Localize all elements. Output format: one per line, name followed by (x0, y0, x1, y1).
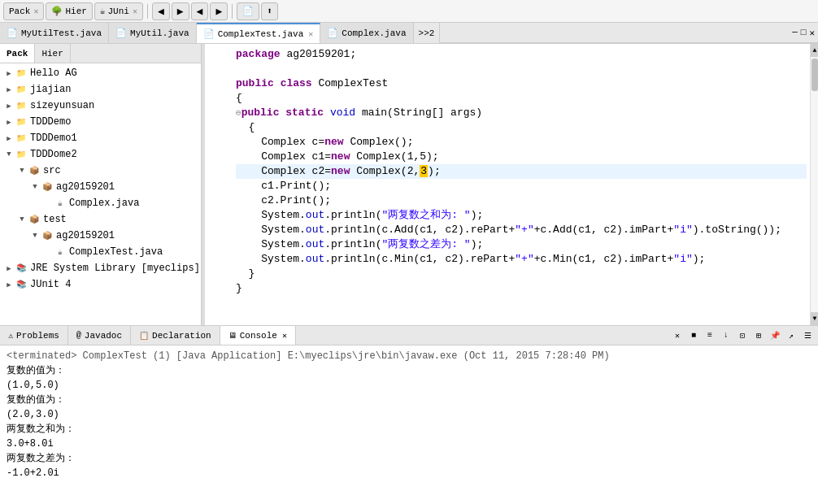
juni-label: JUni (107, 7, 128, 16)
bottom-tab-declaration[interactable]: 📋 Declaration (131, 326, 220, 345)
tab-complex[interactable]: 📄 Complex.java (320, 23, 413, 43)
hier-button[interactable]: 🌳 Hier (46, 2, 92, 20)
tree-label-jiajian: jiajian (30, 84, 71, 95)
pack-button[interactable]: Pack ✕ (3, 2, 44, 20)
tree-arrow-src: ▼ (16, 167, 28, 175)
tree-icon-test: 📦 (28, 213, 41, 226)
console-output-3: 复数的值为： (7, 393, 811, 407)
sidebar-tree-item-hello[interactable]: ▶ 📁 Hello AG (0, 65, 201, 81)
sidebar-tree-item-tdddome2[interactable]: ▼ 📁 TDDDome2 (0, 146, 201, 163)
bottom-tab-problems[interactable]: ⚠ Problems (0, 326, 68, 345)
code-line-6: { (236, 120, 807, 135)
sidebar-tab-bar: Pack Hier (0, 44, 201, 63)
sidebar-tree-item-ag1[interactable]: ▼ 📦 ag20159201 (0, 179, 201, 195)
tree-icon-junit4: 📚 (15, 278, 28, 291)
tab-bar-actions: ─ □ ✕ (440, 23, 818, 43)
sidebar-tree-item-complextest_java[interactable]: ☕ ComplexTest.java (0, 244, 201, 260)
code-line-1: package ag20159201; (236, 47, 807, 62)
sidebar-tree: ▶ 📁 Hello AG ▶ 📁 jiajian ▶ 📁 sizeyunsuan… (0, 63, 201, 325)
console-output[interactable]: <terminated> ComplexTest (1) [Java Appli… (0, 345, 818, 504)
sidebar-tree-item-junit4[interactable]: ▶ 📚 JUnit 4 (0, 276, 201, 293)
console-view-menu-btn[interactable]: ☰ (800, 328, 815, 343)
console-remove-btn[interactable]: ■ (686, 328, 701, 343)
sidebar: Pack Hier ▶ 📁 Hello AG ▶ 📁 jiajian ▶ 📁 s… (0, 44, 202, 325)
bottom-panel: ⚠ Problems @ Javadoc 📋 Declaration 🖥 Con… (0, 325, 818, 504)
code-line-19 (236, 311, 807, 325)
sidebar-tree-item-sizeyunsuan[interactable]: ▶ 📁 sizeyunsuan (0, 98, 201, 114)
sidebar-tab-hier[interactable]: Hier (35, 44, 70, 63)
tab-overflow[interactable]: >>2 (414, 23, 441, 43)
sidebar-tree-item-src[interactable]: ▼ 📦 src (0, 163, 201, 179)
tree-icon-hello: 📁 (15, 67, 28, 80)
editor-content[interactable]: package ag20159201; public class Complex… (205, 44, 810, 325)
tree-icon-ag1: 📦 (41, 180, 54, 193)
console-terminate-btn[interactable]: ✕ (670, 328, 685, 343)
tree-icon-tdddemo: 📁 (15, 115, 28, 128)
scrollbar-track[interactable] (811, 57, 818, 312)
tree-label-tdddome2: TDDDome2 (30, 149, 77, 160)
toolbar-extra-btn-2[interactable]: ⬆ (261, 2, 278, 20)
tab-myutil[interactable]: 📄 MyUtil.java (109, 23, 197, 43)
sidebar-tree-item-jre[interactable]: ▶ 📚 JRE System Library [myeclips] (0, 260, 201, 276)
nav-back2-button[interactable]: ◀ (191, 2, 209, 20)
problems-icon: ⚠ (8, 331, 13, 341)
bottom-tab-console[interactable]: 🖥 Console ✕ (220, 326, 296, 345)
console-open-btn[interactable]: ⊞ (751, 328, 766, 343)
scrollbar-down[interactable]: ▼ (811, 312, 818, 325)
console-label: Console (240, 331, 277, 341)
tree-label-test: test (43, 214, 67, 225)
nav-fwd2-button[interactable]: ▶ (210, 2, 228, 20)
sidebar-tab-hier-label: Hier (41, 49, 63, 59)
tree-label-hello: Hello AG (30, 67, 77, 79)
tree-label-complex_java: Complex.java (69, 198, 139, 209)
close-editor-icon[interactable]: ✕ (809, 28, 815, 38)
toolbar-extra-btn-1[interactable]: 📄 (237, 2, 259, 20)
sidebar-tab-pack[interactable]: Pack (0, 44, 35, 63)
tree-label-jre: JRE System Library [myeclips] (30, 263, 200, 274)
console-pin-btn[interactable]: 📌 (768, 328, 782, 343)
top-toolbar: Pack ✕ 🌳 Hier ☕ JUni ✕ ◀ ▶ ◀ ▶ 📄 ⬆ (0, 0, 818, 23)
editor-scrollbar[interactable]: ▲ ▼ (810, 44, 818, 325)
console-clear-btn[interactable]: ≡ (703, 328, 717, 343)
juni-button[interactable]: ☕ JUni ✕ (94, 2, 143, 20)
tab-complextest-icon: 📄 (203, 28, 215, 39)
scrollbar-thumb[interactable] (811, 59, 818, 91)
tree-icon-jiajian: 📁 (15, 83, 28, 96)
nav-back-button[interactable]: ◀ (152, 2, 170, 20)
tab-complextest-label: ComplexTest.java (218, 29, 304, 39)
toolbar-sep-1 (147, 4, 148, 19)
sidebar-tree-item-test[interactable]: ▼ 📦 test (0, 211, 201, 228)
tree-icon-complextest_java: ☕ (54, 245, 67, 259)
tree-arrow-ag2: ▼ (29, 232, 41, 240)
scrollbar-up[interactable]: ▲ (811, 44, 818, 57)
code-line-5: ⊖public static void main(String[] args) (236, 106, 807, 120)
bottom-tab-javadoc[interactable]: @ Javadoc (68, 326, 131, 345)
tree-label-tdddemo: TDDDemo (30, 116, 71, 128)
sidebar-tree-item-tdddemo[interactable]: ▶ 📁 TDDDemo (0, 114, 201, 130)
nav-fwd-button[interactable]: ▶ (172, 2, 189, 20)
sidebar-tree-item-complex_java[interactable]: ☕ Complex.java (0, 195, 201, 211)
code-line-3: public class ComplexTest (236, 76, 807, 91)
code-line-12: System.out.println("两复数之和为: "); (236, 208, 807, 223)
console-scroll-btn[interactable]: ↓ (719, 328, 733, 343)
tree-label-ag1: ag20159201 (56, 181, 115, 193)
console-word-wrap-btn[interactable]: ⊡ (735, 328, 750, 343)
tab-complextest-close[interactable]: ✕ (308, 29, 313, 39)
code-line-11: c2.Print(); (236, 193, 807, 208)
maximize-icon[interactable]: □ (801, 28, 807, 37)
minimize-icon[interactable]: ─ (792, 28, 798, 37)
console-output-8: -1.0+2.0i (7, 466, 811, 480)
console-newwin-btn[interactable]: ↗ (784, 328, 798, 343)
tab-myutil-icon: 📄 (115, 28, 127, 38)
sidebar-tree-item-tdddemo1[interactable]: ▶ 📁 TDDDemo1 (0, 130, 201, 146)
console-tab-close[interactable]: ✕ (282, 331, 287, 341)
tree-label-ag2: ag20159201 (56, 230, 115, 241)
hier-label: Hier (65, 7, 86, 16)
sidebar-tree-item-ag2[interactable]: ▼ 📦 ag20159201 (0, 228, 201, 244)
tab-complextest[interactable]: 📄 ComplexTest.java ✕ (197, 23, 321, 43)
juni-close-icon: ✕ (133, 7, 137, 16)
tab-myutiltest[interactable]: 📄 MyUtilTest.java (0, 23, 109, 43)
sidebar-tree-item-jiajian[interactable]: ▶ 📁 jiajian (0, 81, 201, 98)
main-area: Pack Hier ▶ 📁 Hello AG ▶ 📁 jiajian ▶ 📁 s… (0, 44, 818, 325)
tree-label-tdddemo1: TDDDemo1 (30, 133, 77, 144)
